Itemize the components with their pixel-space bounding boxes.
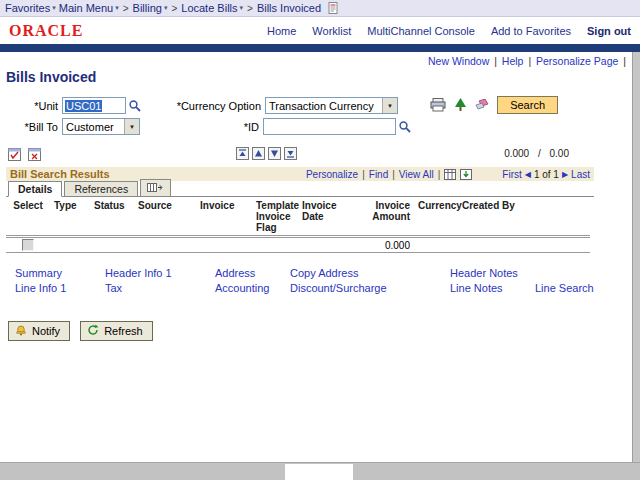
clear-all-icon[interactable] xyxy=(28,148,41,161)
column-header-invoice-date[interactable]: Invoice Date xyxy=(298,197,356,237)
last-link[interactable]: Last xyxy=(571,169,590,180)
print-icon[interactable] xyxy=(430,98,446,112)
totals-separator: / xyxy=(538,148,541,159)
sign-out-link[interactable]: Sign out xyxy=(587,25,631,37)
grid-header-row: Select Type Status Source Invoice Templa… xyxy=(6,197,590,237)
eraser-icon[interactable] xyxy=(475,99,489,111)
tree-icon[interactable] xyxy=(454,98,467,112)
column-header-source[interactable]: Source xyxy=(134,197,196,237)
column-header-currency[interactable]: Currency xyxy=(414,197,458,237)
column-header-created-by[interactable]: Created By xyxy=(458,197,520,237)
add-to-favorites-link[interactable]: Add to Favorites xyxy=(491,25,571,37)
help-link[interactable]: Help xyxy=(502,55,524,67)
line-notes-link[interactable]: Line Notes xyxy=(450,282,503,294)
breadcrumb-item-label: Main Menu xyxy=(59,2,113,14)
id-input[interactable] xyxy=(263,118,396,135)
select-all-icon[interactable] xyxy=(8,148,21,161)
breadcrumb-favorites[interactable]: Favorites ▾ xyxy=(5,2,56,14)
vertical-scrollbar[interactable] xyxy=(632,52,640,462)
column-header-status[interactable]: Status xyxy=(90,197,134,237)
chevron-down-icon: ▾ xyxy=(115,4,119,12)
separator: | xyxy=(392,169,395,180)
header-notes-link[interactable]: Header Notes xyxy=(450,267,518,279)
breadcrumb-billing[interactable]: Billing ▾ xyxy=(133,2,168,14)
column-header-type[interactable]: Type xyxy=(50,197,90,237)
results-tabs: Details References xyxy=(6,181,594,197)
currency-option-select[interactable]: Transaction Currency ▼ xyxy=(265,97,398,114)
total-count: 0.00 xyxy=(550,148,569,159)
horizontal-scrollbar-thumb[interactable] xyxy=(285,464,353,480)
notepad-icon[interactable] xyxy=(328,2,339,14)
view-all-link[interactable]: View All xyxy=(399,169,434,180)
line-search-link[interactable]: Line Search xyxy=(535,282,594,294)
tab-references[interactable]: References xyxy=(64,181,138,196)
id-label: *ID xyxy=(140,121,259,133)
refresh-button[interactable]: Refresh xyxy=(80,321,153,341)
show-all-columns-tab[interactable] xyxy=(140,179,171,196)
copy-address-link[interactable]: Copy Address xyxy=(290,267,358,279)
new-window-link[interactable]: New Window xyxy=(428,55,489,67)
breadcrumb-main-menu[interactable]: Main Menu ▾ xyxy=(59,2,119,14)
column-header-select[interactable]: Select xyxy=(6,197,50,237)
tab-details[interactable]: Details xyxy=(8,181,62,197)
next-page-icon[interactable]: ▶ xyxy=(562,170,568,179)
unit-input[interactable]: USC01 xyxy=(62,97,126,114)
invoice-amount-cell: 0.000 xyxy=(356,237,414,253)
total-amount: 0.000 xyxy=(504,148,529,159)
find-link[interactable]: Find xyxy=(369,169,388,180)
column-header-invoice[interactable]: Invoice xyxy=(196,197,252,237)
summary-link[interactable]: Summary xyxy=(15,267,62,279)
personalize-link[interactable]: Personalize xyxy=(306,169,358,180)
column-header-invoice-amount[interactable]: Invoice Amount xyxy=(356,197,414,237)
accounting-link[interactable]: Accounting xyxy=(215,282,269,294)
zoom-grid-icon[interactable] xyxy=(444,169,456,180)
notify-button[interactable]: Notify xyxy=(8,321,70,341)
breadcrumb-separator: > xyxy=(171,3,177,14)
horizontal-scrollbar-track[interactable] xyxy=(0,462,640,480)
first-link[interactable]: First xyxy=(502,169,521,180)
previous-page-icon[interactable]: ◀ xyxy=(525,170,531,179)
breadcrumb-locate-bills[interactable]: Locate Bills ▾ xyxy=(181,2,243,14)
download-icon[interactable] xyxy=(460,169,472,180)
row-select-checkbox[interactable] xyxy=(22,239,34,251)
chevron-down-icon: ▾ xyxy=(240,4,244,12)
id-lookup-icon[interactable] xyxy=(398,120,411,133)
multichannel-console-link[interactable]: MultiChannel Console xyxy=(367,25,475,37)
dropdown-arrow-icon[interactable]: ▼ xyxy=(382,98,397,113)
action-links-row-1: Summary Header Info 1 Address Copy Addre… xyxy=(6,265,632,280)
notify-button-label: Notify xyxy=(32,325,60,337)
address-link[interactable]: Address xyxy=(215,267,255,279)
chevron-down-icon: ▾ xyxy=(52,4,56,12)
search-button[interactable]: Search xyxy=(497,96,558,114)
dropdown-arrow-icon[interactable]: ▼ xyxy=(124,119,139,134)
discount-surcharge-link[interactable]: Discount/Surcharge xyxy=(290,282,387,294)
personalize-page-link[interactable]: Personalize Page xyxy=(536,55,618,67)
line-info-1-link[interactable]: Line Info 1 xyxy=(15,282,66,294)
bottom-of-list-icon[interactable] xyxy=(284,147,297,160)
grid-nav-icons xyxy=(236,147,297,160)
home-link[interactable]: Home xyxy=(267,25,296,37)
row-down-icon[interactable] xyxy=(268,147,281,160)
bill-to-select[interactable]: Customer ▼ xyxy=(62,118,140,135)
tax-link[interactable]: Tax xyxy=(105,282,122,294)
footer-buttons: Notify Refresh xyxy=(8,321,632,341)
page-range: 1 of 1 xyxy=(534,169,559,180)
column-header-template-invoice-flag[interactable]: Template Invoice Flag xyxy=(252,197,298,237)
breadcrumb-bills-invoiced[interactable]: Bills Invoiced xyxy=(257,2,321,14)
status-cell xyxy=(90,237,134,253)
select-cell xyxy=(6,237,50,253)
breadcrumb-item-label: Billing xyxy=(133,2,162,14)
unit-lookup-icon[interactable] xyxy=(128,99,141,112)
header-info-1-link[interactable]: Header Info 1 xyxy=(105,267,172,279)
type-cell xyxy=(50,237,90,253)
bill-search-results: Bill Search Results Personalize | Find |… xyxy=(6,167,594,253)
separator: | xyxy=(528,55,531,67)
results-header-bar: Bill Search Results Personalize | Find |… xyxy=(6,167,594,181)
column-header-filler xyxy=(520,197,590,237)
row-up-icon[interactable] xyxy=(252,147,265,160)
top-of-list-icon[interactable] xyxy=(236,147,249,160)
worklist-link[interactable]: Worklist xyxy=(312,25,351,37)
template-invoice-flag-cell xyxy=(252,237,298,253)
form-row-2: *Bill To Customer ▼ *ID xyxy=(8,116,632,137)
breadcrumb-item-label: Locate Bills xyxy=(181,2,237,14)
